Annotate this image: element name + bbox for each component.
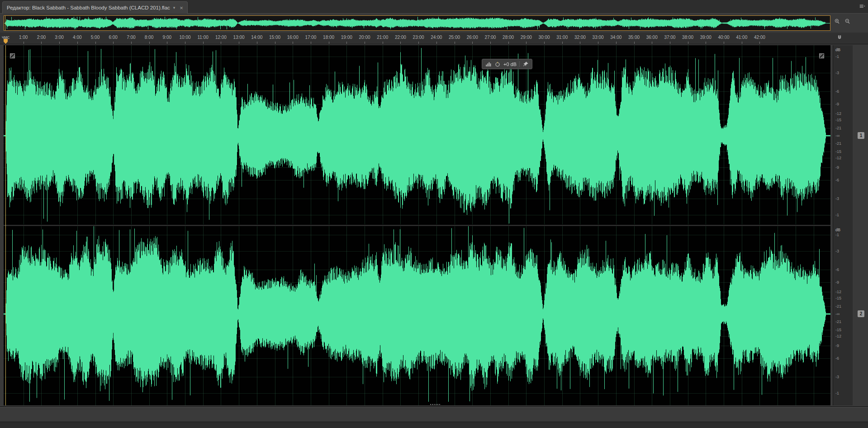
navigator-zoom-in-icon[interactable] — [834, 18, 840, 24]
db-scale-label: -6 — [835, 268, 839, 272]
ruler-tick — [706, 42, 706, 44]
ruler-tick — [436, 42, 437, 44]
snap-icon[interactable] — [836, 34, 843, 41]
ruler-minute-label: 7:00 — [127, 35, 135, 40]
ruler-minute-label: 36:00 — [646, 35, 658, 40]
tab-menu-chevron-icon[interactable]: ▾ — [173, 5, 175, 10]
editor-tab[interactable]: Редактор: Black Sabbath - Sabbath Bloody… — [2, 1, 188, 14]
db-scale-label: -9 — [835, 102, 839, 106]
ruler-minute-label: 30:00 — [538, 35, 550, 40]
ruler-tick — [455, 42, 455, 44]
transport-bar: 0:00.000 — [0, 407, 868, 422]
ruler-tick — [544, 42, 545, 44]
ruler-minute-label: 32:00 — [574, 35, 586, 40]
ruler-minute-label: 13:00 — [233, 35, 245, 40]
ruler-minute-label: 15:00 — [269, 35, 280, 40]
ruler-minute-label: 42:00 — [754, 35, 765, 40]
ruler-tick — [616, 42, 617, 44]
ruler-tick — [490, 42, 491, 44]
channel-2-badge[interactable]: 2 — [858, 310, 864, 317]
ruler-tick — [526, 42, 526, 44]
main-waveform-canvas[interactable] — [4, 45, 830, 405]
ruler-tick — [508, 42, 509, 44]
ruler-minute-label: 17:00 — [305, 35, 316, 40]
ruler-minute-label: 35:00 — [628, 35, 640, 40]
ruler-tick — [41, 42, 42, 44]
ruler-tick — [59, 42, 60, 44]
ruler-tick — [383, 42, 383, 44]
ruler-tick — [472, 42, 473, 44]
ruler-minute-label: 29:00 — [521, 35, 532, 40]
db-scale-label: -12 — [835, 334, 841, 338]
db-scale-label: -12 — [835, 290, 841, 294]
ruler-tick — [221, 42, 221, 44]
db-scale-label: -15 — [835, 118, 841, 122]
ruler-minute-label: 6:00 — [109, 35, 117, 40]
ruler-tick — [113, 42, 114, 44]
db-scale-label: -12 — [835, 156, 841, 160]
tab-close-button[interactable]: × — [180, 5, 183, 11]
hud-gain-value[interactable]: +0 dB — [503, 62, 517, 67]
db-scale-label: -15 — [835, 296, 841, 300]
ruler-tick — [257, 42, 257, 44]
db-scale-label: -21 — [835, 320, 841, 324]
timeline-ruler[interactable]: чмс 1:002:003:004:005:006:007:008:009:00… — [0, 33, 868, 44]
ruler-minute-label: 5:00 — [91, 35, 100, 40]
ruler-tick — [239, 42, 239, 44]
volume-hud[interactable]: +0 dB — [482, 59, 532, 69]
ruler-tick — [724, 42, 724, 44]
ruler-tick — [311, 42, 311, 44]
ruler-tick — [329, 42, 329, 44]
ruler-tick — [742, 42, 742, 44]
ruler-minute-label: 3:00 — [55, 35, 63, 40]
ruler-minute-label: 2:00 — [37, 35, 46, 40]
ruler-tick — [346, 42, 347, 44]
db-scale-label: -6 — [835, 178, 839, 182]
db-scale-label: -6 — [835, 357, 839, 361]
status-bar — [0, 422, 868, 428]
ruler-minute-label: 8:00 — [145, 35, 153, 40]
panel-resize-grip[interactable] — [430, 404, 440, 406]
navigator-zoom-out-icon[interactable] — [844, 18, 851, 24]
ruler-minute-label: 16:00 — [287, 35, 299, 40]
ruler-tick — [365, 42, 365, 44]
db-scale-label: -3 — [835, 249, 839, 253]
hud-pin-icon[interactable] — [522, 61, 529, 67]
ruler-tick — [670, 42, 670, 44]
ruler-minute-label: 41:00 — [736, 35, 747, 40]
ruler-minute-label: 28:00 — [503, 35, 514, 40]
channel-1-badge[interactable]: 1 — [858, 132, 864, 139]
db-scale-label: -3 — [835, 197, 839, 201]
ruler-minute-label: 11:00 — [198, 35, 209, 40]
db-scale-label: -1 — [835, 391, 839, 395]
ruler-tick — [634, 42, 635, 44]
fade-out-handle[interactable] — [819, 53, 824, 58]
ruler-tick — [562, 42, 563, 44]
ruler-tick — [598, 42, 598, 44]
ruler-minute-label: 14:00 — [251, 35, 262, 40]
db-scale-label: -∞ — [835, 312, 840, 316]
db-scale[interactable]: dB-1-3-6-9-12-15-21-∞-21-15-12-9-6-3-1dB… — [833, 45, 853, 405]
db-scale-label: -∞ — [835, 134, 840, 138]
ruler-tick — [293, 42, 293, 44]
overview-navigator[interactable] — [4, 15, 830, 31]
fade-in-handle[interactable] — [10, 53, 15, 58]
ruler-tick — [688, 42, 688, 44]
ruler-tick — [95, 42, 96, 44]
db-scale-unit-label: dB — [835, 228, 840, 232]
overview-waveform-canvas[interactable] — [4, 16, 830, 30]
navigator-icons — [834, 18, 851, 24]
ruler-minute-label: 34:00 — [610, 35, 621, 40]
hud-gain-knob[interactable] — [494, 61, 501, 67]
ruler-minute-label: 31:00 — [556, 35, 568, 40]
ruler-tick — [400, 42, 401, 44]
db-scale-label: -21 — [835, 142, 841, 146]
ruler-minute-label: 26:00 — [467, 35, 478, 40]
ruler-tick — [203, 42, 204, 44]
db-scale-label: -9 — [835, 166, 839, 170]
db-scale-label: -1 — [835, 233, 839, 237]
waveform-display[interactable] — [4, 45, 830, 405]
db-scale-label: -6 — [835, 90, 839, 94]
panel-menu-button[interactable] — [859, 3, 865, 10]
ruler-minute-label: 4:00 — [73, 35, 81, 40]
